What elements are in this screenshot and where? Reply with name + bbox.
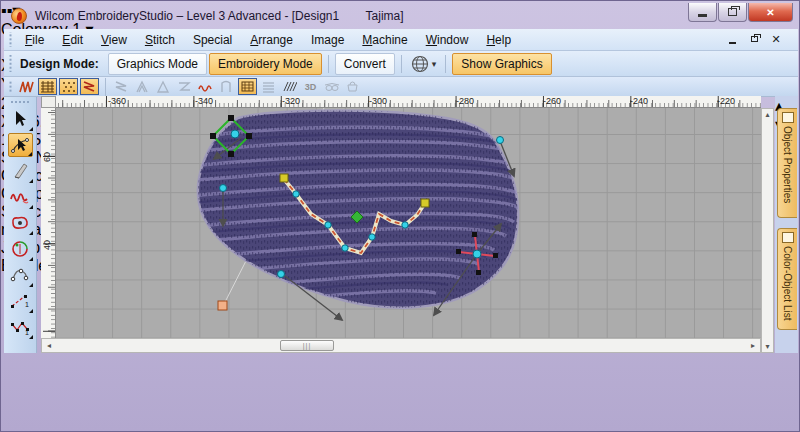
menu-special[interactable]: Special	[184, 31, 241, 49]
knife-tool[interactable]	[8, 159, 33, 183]
horizontal-scrollbar[interactable]: ◂ ||| ▸	[41, 338, 761, 353]
outline-shape-icon	[10, 214, 30, 232]
glasses-icon[interactable]	[322, 78, 341, 95]
scroll-up-icon[interactable]: ▴	[762, 110, 773, 119]
ruler-label: -280	[456, 96, 474, 106]
menu-machine[interactable]: Machine	[353, 31, 416, 49]
design-mode-label: Design Mode:	[20, 57, 99, 71]
column-shape-icon[interactable]	[217, 78, 236, 95]
embroidery-mode-button[interactable]: Embroidery Mode	[209, 53, 322, 75]
docked-panel-tabs: Object Properties Color-Object List ▴ ▾	[775, 96, 798, 353]
motif-run-icon[interactable]	[154, 78, 173, 95]
basket-icon[interactable]	[343, 78, 362, 95]
scroll-left-icon[interactable]: ◂	[42, 341, 56, 350]
show-graphics-button[interactable]: Show Graphics	[452, 53, 551, 75]
tab-object-properties[interactable]: Object Properties	[777, 108, 797, 218]
flyout-arrow-icon	[29, 231, 33, 235]
design-canvas[interactable]	[56, 108, 761, 338]
run-stitch-icon[interactable]	[112, 78, 131, 95]
knife-icon	[11, 162, 29, 180]
menu-edit[interactable]: Edit	[53, 31, 92, 49]
flyout-arrow-icon	[29, 257, 33, 261]
menu-view[interactable]: View	[92, 31, 136, 49]
restore-icon	[728, 8, 737, 16]
separator	[445, 55, 446, 73]
restore-button[interactable]	[718, 3, 747, 22]
3d-effect-icon[interactable]: 3D	[301, 78, 320, 95]
menu-stitch[interactable]: Stitch	[136, 31, 184, 49]
object-properties-icon	[782, 112, 794, 123]
toolbar-grip[interactable]	[8, 80, 13, 93]
start-point-marker[interactable]	[218, 301, 227, 310]
zigzag-stitch-icon[interactable]	[80, 78, 99, 95]
fusion-fill-icon[interactable]	[238, 78, 257, 95]
program-split-icon[interactable]	[59, 78, 78, 95]
node-polygon-icon	[10, 266, 30, 284]
mdi-restore-icon	[751, 36, 758, 42]
embroidery-object[interactable]	[56, 108, 761, 338]
tatami-fill-icon[interactable]	[38, 78, 57, 95]
menu-image[interactable]: Image	[302, 31, 353, 49]
tab-label: Color-Object List	[782, 246, 793, 320]
triple-run-icon[interactable]	[133, 78, 152, 95]
stitch-hatch-icon[interactable]	[280, 78, 299, 95]
scroll-down-icon[interactable]: ▾	[762, 342, 773, 351]
hscroll-thumb[interactable]: |||	[280, 340, 334, 351]
design-mode-toolbar: Design Mode: Graphics Mode Embroidery Mo…	[4, 51, 798, 77]
thumb-grip-icon: |||	[303, 342, 311, 349]
minimize-icon	[698, 14, 707, 17]
svg-text:1: 1	[25, 301, 29, 308]
minimize-button[interactable]	[688, 3, 717, 22]
tab-color-object-list[interactable]: Color-Object List	[777, 228, 797, 330]
toolbar-grip[interactable]	[10, 100, 29, 105]
close-icon: ✕	[766, 7, 774, 18]
ruler-origin-button[interactable]	[41, 96, 56, 108]
flyout-arrow-icon	[29, 179, 33, 183]
dashed-line-icon: 1	[10, 292, 30, 310]
window-title: Wilcom EmbroideryStudio – Level 3 Advanc…	[35, 9, 404, 23]
separator	[105, 78, 106, 96]
title-bar[interactable]: Wilcom EmbroideryStudio – Level 3 Advanc…	[3, 3, 799, 29]
toolbar-grip[interactable]	[8, 32, 13, 47]
vertical-ruler: 60 40	[41, 108, 56, 338]
satin-stitch-icon[interactable]	[17, 78, 36, 95]
vertical-scrollbar[interactable]: ▴ ▾	[761, 108, 774, 353]
menu-bar: File Edit View Stitch Special Arrange Im…	[4, 29, 798, 51]
mdi-minimize-icon	[729, 42, 736, 44]
menu-arrange[interactable]: Arrange	[241, 31, 302, 49]
mdi-minimize-button[interactable]	[724, 31, 740, 47]
appliance-circle-tool[interactable]	[8, 237, 33, 261]
toolbar-grip[interactable]	[8, 55, 13, 73]
polyline-run-tool[interactable]: 1	[8, 315, 33, 339]
menu-window[interactable]: Window	[417, 31, 478, 49]
split-circle-icon	[11, 240, 29, 258]
scroll-right-icon[interactable]: ▸	[746, 341, 760, 350]
freehand-embroidery-tool[interactable]	[8, 185, 33, 209]
graphics-mode-button[interactable]: Graphics Mode	[108, 53, 207, 75]
single-run-tool[interactable]: 1	[8, 289, 33, 313]
hoop-globe-button[interactable]: ▾	[407, 53, 441, 75]
digitize-shape-tool[interactable]	[8, 263, 33, 287]
application-window: Wilcom EmbroideryStudio – Level 3 Advanc…	[0, 0, 800, 432]
tab-label: Object Properties	[782, 126, 793, 203]
flyout-arrow-icon	[28, 152, 32, 156]
anchor-node[interactable]	[421, 199, 429, 207]
separator	[401, 55, 402, 73]
outline-design-tool[interactable]	[8, 211, 33, 235]
wave-fill-icon[interactable]	[196, 78, 215, 95]
reshape-icon	[11, 136, 29, 154]
stitch-toolbar: 3D	[4, 77, 798, 97]
select-tool[interactable]	[8, 107, 33, 131]
menu-help[interactable]: Help	[477, 31, 520, 49]
reshape-tool[interactable]	[8, 133, 33, 157]
menu-file[interactable]: File	[16, 31, 53, 49]
convert-button[interactable]: Convert	[335, 53, 395, 75]
mdi-restore-button[interactable]	[746, 31, 762, 47]
anchor-node[interactable]	[280, 174, 288, 182]
mdi-close-button[interactable]: ✕	[768, 31, 784, 47]
ruler-label: 40	[42, 240, 52, 250]
close-button[interactable]: ✕	[748, 3, 793, 22]
contour-stitch-icon[interactable]	[175, 78, 194, 95]
stitch-lines-icon[interactable]	[259, 78, 278, 95]
horizontal-ruler: -360 -340 -320 -300 -280 -260 -240 -220	[56, 96, 761, 108]
